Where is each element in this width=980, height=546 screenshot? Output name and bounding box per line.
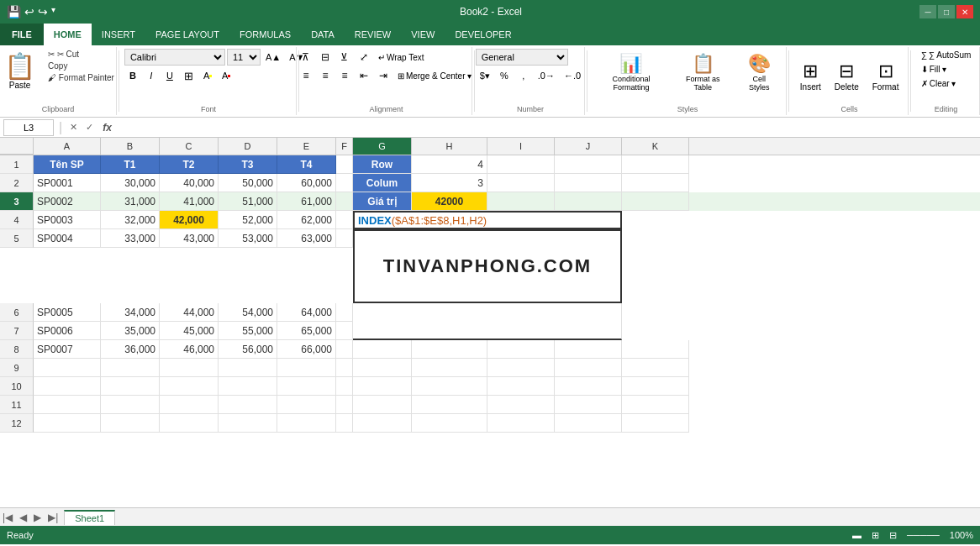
redo-icon[interactable]: ↪ <box>38 5 48 18</box>
cell-e4[interactable]: 62,000 <box>277 211 336 229</box>
copy-button[interactable]: Copy <box>45 60 118 71</box>
cell-b4[interactable]: 32,000 <box>101 211 160 229</box>
cell-j9[interactable] <box>555 359 622 377</box>
cell-e10[interactable] <box>277 377 336 396</box>
cell-f1[interactable] <box>336 155 353 174</box>
cell-a7[interactable]: SP0006 <box>34 322 101 340</box>
insert-button[interactable]: ⊞ Insert <box>794 56 827 96</box>
tab-view[interactable]: VIEW <box>401 24 445 45</box>
cell-j12[interactable] <box>555 414 622 433</box>
clear-button[interactable]: ✗ Clear ▾ <box>918 77 960 90</box>
cell-g1[interactable]: Row <box>353 155 412 174</box>
normal-view-icon[interactable]: ▬ <box>852 530 861 540</box>
cell-d3[interactable]: 51,000 <box>219 192 277 211</box>
format-as-table-button[interactable]: 📋 Format as Table <box>673 49 732 96</box>
cell-e11[interactable] <box>277 396 336 414</box>
align-middle-button[interactable]: ⊟ <box>316 49 335 66</box>
cell-f3[interactable] <box>336 192 353 211</box>
bold-button[interactable]: B <box>124 67 141 84</box>
cell-d2[interactable]: 50,000 <box>219 174 277 192</box>
cell-reference-box[interactable]: L3 <box>3 119 54 136</box>
cell-d4[interactable]: 52,000 <box>219 211 277 229</box>
center-align-button[interactable]: ≡ <box>316 67 335 84</box>
col-header-a[interactable]: A <box>34 138 101 155</box>
cell-d10[interactable] <box>219 377 277 396</box>
row-header-2[interactable]: 2 <box>0 174 34 192</box>
cell-a12[interactable] <box>34 414 101 433</box>
cell-d7[interactable]: 55,000 <box>219 322 277 340</box>
cell-e5[interactable]: 63,000 <box>277 229 336 248</box>
cell-f11[interactable] <box>336 396 353 414</box>
cell-d8[interactable]: 56,000 <box>219 340 277 359</box>
font-size-select[interactable]: 11 <box>227 49 261 66</box>
cell-k10[interactable] <box>622 377 689 396</box>
cell-a1[interactable]: Tên SP <box>34 155 101 174</box>
cell-c7[interactable]: 45,000 <box>160 322 219 340</box>
angle-text-button[interactable]: ⤢ <box>355 49 373 66</box>
cell-k12[interactable] <box>622 414 689 433</box>
first-sheet-button[interactable]: |◀ <box>0 512 15 523</box>
cell-a5[interactable]: SP0004 <box>34 229 101 248</box>
tab-data[interactable]: DATA <box>301 24 345 45</box>
page-break-icon[interactable]: ⊟ <box>889 530 897 541</box>
col-header-d[interactable]: D <box>219 138 277 155</box>
cell-j11[interactable] <box>555 396 622 414</box>
cell-e8[interactable]: 66,000 <box>277 340 336 359</box>
col-header-k[interactable]: K <box>622 138 689 155</box>
row-header-11[interactable]: 11 <box>0 396 34 414</box>
cell-c6[interactable]: 44,000 <box>160 303 219 322</box>
conditional-formatting-button[interactable]: 📊 Conditional Formatting <box>593 49 671 96</box>
cell-h11[interactable] <box>412 396 487 414</box>
cell-b7[interactable]: 35,000 <box>101 322 160 340</box>
autosum-button[interactable]: ∑ ∑ AutoSum <box>918 49 975 61</box>
cell-a6[interactable]: SP0005 <box>34 303 101 322</box>
cell-e2[interactable]: 60,000 <box>277 174 336 192</box>
cell-g8[interactable] <box>353 340 412 359</box>
col-header-i[interactable]: I <box>487 138 555 155</box>
cell-b11[interactable] <box>101 396 160 414</box>
font-name-select[interactable]: Calibri <box>124 49 225 66</box>
cell-c1[interactable]: T2 <box>160 155 219 174</box>
tab-home[interactable]: HOME <box>44 24 92 45</box>
cell-g7[interactable] <box>353 322 622 340</box>
cell-k1[interactable] <box>622 155 689 174</box>
close-button[interactable]: ✕ <box>956 5 973 18</box>
cell-k2[interactable] <box>622 174 689 192</box>
number-format-select[interactable]: General <box>476 49 568 66</box>
cell-f7[interactable] <box>336 322 353 340</box>
increase-font-button[interactable]: A▲ <box>262 50 284 64</box>
cell-j3[interactable] <box>555 192 622 211</box>
cell-f10[interactable] <box>336 377 353 396</box>
fill-color-button[interactable]: A <box>199 67 216 84</box>
cut-button[interactable]: ✂ ✂ Cut <box>45 49 118 60</box>
cell-a11[interactable] <box>34 396 101 414</box>
cancel-formula-button[interactable]: ✕ <box>67 122 80 133</box>
insert-function-button[interactable]: fx <box>99 122 115 134</box>
cell-f12[interactable] <box>336 414 353 433</box>
cell-h1[interactable]: 4 <box>412 155 487 174</box>
col-header-g[interactable]: G <box>353 138 412 155</box>
cell-a3[interactable]: SP0002 <box>34 192 101 211</box>
cell-k9[interactable] <box>622 359 689 377</box>
page-layout-icon[interactable]: ⊞ <box>872 530 879 541</box>
cell-b10[interactable] <box>101 377 160 396</box>
cell-i10[interactable] <box>487 377 555 396</box>
cell-g12[interactable] <box>353 414 412 433</box>
cell-i11[interactable] <box>487 396 555 414</box>
cell-h12[interactable] <box>412 414 487 433</box>
cell-g6[interactable] <box>353 303 622 322</box>
zoom-slider[interactable]: ───── <box>907 530 940 540</box>
cell-k3[interactable] <box>622 192 689 211</box>
row-header-5[interactable]: 5 <box>0 229 34 248</box>
increase-indent-button[interactable]: ⇥ <box>374 67 393 84</box>
cell-e9[interactable] <box>277 359 336 377</box>
cell-b12[interactable] <box>101 414 160 433</box>
paste-button[interactable]: 📋 Paste <box>0 49 41 103</box>
tab-file[interactable]: FILE <box>0 24 44 45</box>
cell-e3[interactable]: 61,000 <box>277 192 336 211</box>
maximize-button[interactable]: □ <box>938 5 955 18</box>
col-header-f[interactable]: F <box>336 138 353 155</box>
formula-input[interactable] <box>119 119 977 136</box>
cell-e6[interactable]: 64,000 <box>277 303 336 322</box>
cell-g3[interactable]: Giá trị <box>353 192 412 211</box>
